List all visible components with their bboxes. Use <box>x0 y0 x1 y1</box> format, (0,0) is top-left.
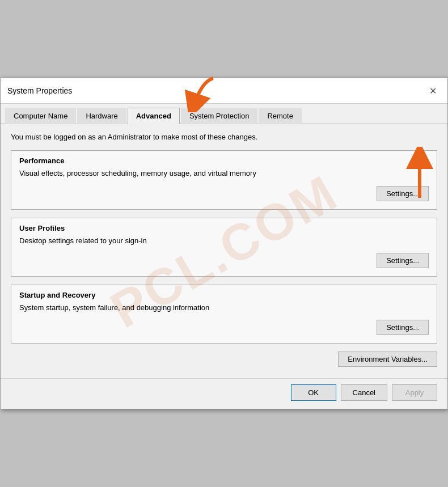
ok-button[interactable]: OK <box>291 384 336 401</box>
startup-recovery-settings-button[interactable]: Settings... <box>377 320 429 335</box>
close-button[interactable]: ✕ <box>425 83 441 99</box>
startup-recovery-btn-row: Settings... <box>19 320 429 335</box>
performance-btn-row: Settings... <box>19 186 429 201</box>
startup-recovery-section: Startup and Recovery System startup, sys… <box>11 285 437 344</box>
tab-bar: Computer Name Hardware Advanced System P… <box>1 104 447 124</box>
env-variables-row: Environment Variables... <box>11 352 437 367</box>
title-bar: System Properties ✕ <box>1 78 447 104</box>
apply-button[interactable]: Apply <box>392 384 437 401</box>
window-title: System Properties <box>7 86 72 95</box>
cancel-button[interactable]: Cancel <box>341 384 387 401</box>
footer: OK Cancel Apply <box>1 378 447 409</box>
performance-settings-button[interactable]: Settings... <box>377 186 429 201</box>
user-profiles-title: User Profiles <box>19 224 429 232</box>
user-profiles-btn-row: Settings... <box>19 253 429 268</box>
tab-remote[interactable]: Remote <box>259 108 302 124</box>
performance-section: Performance Visual effects, processor sc… <box>11 150 437 209</box>
tab-advanced[interactable]: Advanced <box>128 108 180 124</box>
user-profiles-desc: Desktop settings related to your sign-in <box>19 236 429 246</box>
tab-system-protection[interactable]: System Protection <box>181 108 258 124</box>
main-content: You must be logged on as an Administrato… <box>1 124 447 378</box>
startup-recovery-title: Startup and Recovery <box>19 291 429 299</box>
admin-info-text: You must be logged on as an Administrato… <box>11 132 437 142</box>
env-variables-button[interactable]: Environment Variables... <box>338 352 437 367</box>
startup-recovery-desc: System startup, system failure, and debu… <box>19 303 429 313</box>
system-properties-window: System Properties ✕ Computer Name Hardwa… <box>0 78 448 409</box>
performance-title: Performance <box>19 156 429 165</box>
user-profiles-settings-button[interactable]: Settings... <box>377 253 429 268</box>
content-area: You must be logged on as an Administrato… <box>1 124 447 378</box>
tab-hardware[interactable]: Hardware <box>77 108 126 124</box>
tab-area: Computer Name Hardware Advanced System P… <box>1 104 447 124</box>
tab-computer-name[interactable]: Computer Name <box>5 108 76 124</box>
user-profiles-section: User Profiles Desktop settings related t… <box>11 218 437 277</box>
performance-desc: Visual effects, processor scheduling, me… <box>19 168 429 179</box>
